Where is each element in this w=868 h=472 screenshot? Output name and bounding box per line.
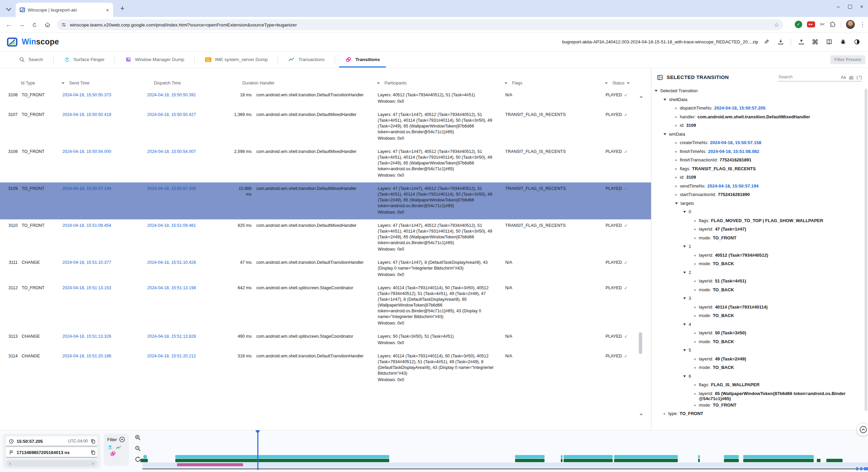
- copy-icon[interactable]: [91, 450, 96, 455]
- tree-node[interactable]: mode:TO_BACK: [651, 260, 864, 269]
- column-header-participants[interactable]: Participants: [384, 81, 512, 85]
- expand-arrow-icon[interactable]: [683, 349, 686, 351]
- cell-dispatch-time[interactable]: 2024-04-18, 15:50:50.427: [147, 112, 233, 141]
- tree-node[interactable]: 4: [651, 320, 864, 329]
- column-header-status[interactable]: Status: [612, 81, 648, 85]
- table-row[interactable]: 3114CHANGE2024-04-18, 15:51:20.1862024-0…: [0, 350, 651, 387]
- tab-search[interactable]: Search: [9, 52, 53, 67]
- timeline-scroll-marker[interactable]: [856, 467, 858, 470]
- browser-menu-icon[interactable]: ⋮: [860, 21, 865, 28]
- table-scroll-up-arrow[interactable]: [639, 96, 643, 98]
- tree-node[interactable]: layerId:65 (WallpaperWindowToken{87b6d66…: [651, 390, 864, 401]
- tree-node[interactable]: flags:FLAG_MOVED_TO_TOP | FLAG_SHOW_WALL…: [651, 217, 864, 225]
- tree-node[interactable]: Selected Transition: [651, 87, 864, 96]
- tree-node[interactable]: startTransactionId:7752416281890: [651, 191, 864, 199]
- filter-arrow-icon[interactable]: [627, 82, 630, 84]
- match-case-icon[interactable]: Aa: [841, 75, 846, 80]
- tree-node[interactable]: id:3109: [651, 121, 864, 130]
- tree-node[interactable]: 6: [651, 372, 864, 381]
- cell-send-time[interactable]: 2024-04-18, 15:50:57.194: [62, 186, 147, 215]
- expand-arrow-icon[interactable]: [683, 375, 686, 377]
- tree-node[interactable]: targets: [651, 199, 864, 208]
- transitions-filter-icon[interactable]: [110, 451, 116, 457]
- timeline-segment-transactions[interactable]: [175, 459, 389, 462]
- filter-arrow-icon[interactable]: [62, 82, 64, 84]
- profile-avatar[interactable]: [846, 20, 855, 29]
- tree-node[interactable]: 3: [651, 294, 864, 303]
- tree-node[interactable]: wmData: [651, 130, 864, 139]
- scroll-to-top-button[interactable]: [856, 423, 868, 436]
- tab-transitions[interactable]: Transitions: [335, 52, 390, 67]
- tree-node[interactable]: createTimeNs:2024-04-18, 15:50:57.158: [651, 139, 864, 148]
- timeline-segment-surfaceflinger[interactable]: [724, 455, 739, 458]
- table-row[interactable]: 3106TO_FRONT2024-04-18, 15:50:50.3732024…: [0, 89, 651, 109]
- tree-node[interactable]: mode:TO_BACK: [651, 312, 864, 320]
- column-header-handler[interactable]: Handler: [260, 81, 384, 85]
- expand-arrow-icon[interactable]: [683, 245, 686, 248]
- tree-node[interactable]: id:3109: [651, 173, 864, 182]
- tab-transactions[interactable]: Transactions: [278, 52, 335, 67]
- match-word-icon[interactable]: ab: [849, 75, 853, 80]
- cell-dispatch-time[interactable]: 2024-04-18, 15:51:09.461: [147, 223, 233, 252]
- timeline-cursor-head[interactable]: [255, 430, 260, 434]
- tree-node[interactable]: flags:TRANSIT_FLAG_IS_RECENTS: [651, 165, 864, 174]
- timeline-segment-surfaceflinger[interactable]: [515, 455, 545, 458]
- table-row[interactable]: 3111CHANGE2024-04-18, 15:51:10.3772024-0…: [0, 256, 651, 282]
- tree-node[interactable]: mode:TO_FRONT: [651, 234, 864, 243]
- site-settings-icon[interactable]: [61, 22, 66, 27]
- zoom-reset-button[interactable]: [135, 456, 141, 463]
- column-header-flags[interactable]: Flags: [512, 81, 612, 85]
- property-value[interactable]: 2024-04-18, 15:51:08.082: [708, 149, 759, 154]
- expand-arrow-icon[interactable]: [683, 272, 686, 274]
- cell-dispatch-time[interactable]: 2024-04-18, 15:51:10.426: [147, 260, 233, 278]
- address-bar[interactable]: winscope.teams.x20web.corp.google.com/pr…: [57, 19, 783, 30]
- cell-dispatch-time[interactable]: 2024-04-18, 15:51:13.828: [147, 334, 233, 346]
- column-header-id[interactable]: Id: [7, 81, 26, 85]
- property-value[interactable]: 2024-04-18, 15:50:57.205: [714, 105, 765, 111]
- column-header-type[interactable]: Type: [26, 81, 69, 85]
- tab-ime-system-server-dump[interactable]: IME system_server Dump: [195, 52, 278, 67]
- copy-icon[interactable]: [91, 439, 96, 444]
- tree-node[interactable]: shellData: [651, 96, 864, 104]
- timeline-scrollbar[interactable]: [142, 468, 868, 470]
- reload-button[interactable]: [30, 20, 39, 29]
- tree-node[interactable]: flags:FLAG_IS_WALLPAPER: [651, 381, 864, 390]
- expand-arrow-icon[interactable]: [683, 211, 686, 213]
- search-input[interactable]: [778, 74, 838, 80]
- table-row[interactable]: 3109TO_FRONT2024-04-18, 15:50:57.1942024…: [0, 182, 651, 219]
- timeline-segment-surfaceflinger[interactable]: [561, 455, 563, 458]
- extension-playback-icon[interactable]: ▶▶: [807, 21, 815, 27]
- zoom-out-button[interactable]: [135, 445, 141, 452]
- cell-send-time[interactable]: 2024-04-18, 15:51:09.454: [62, 223, 147, 252]
- timeline-segment-transactions[interactable]: [826, 459, 843, 462]
- regex-icon[interactable]: (.*): [856, 75, 862, 80]
- extensions-puzzle-icon[interactable]: [830, 21, 836, 28]
- panel-scrollbar[interactable]: [865, 89, 867, 411]
- tree-node[interactable]: 2: [651, 269, 864, 277]
- window-minimize-button[interactable]: –: [837, 4, 840, 9]
- timeline-segment-surfaceflinger[interactable]: [143, 455, 147, 458]
- cell-send-time[interactable]: 2024-04-18, 15:51:13.326: [62, 334, 147, 346]
- tree-node[interactable]: finishTimeNs:2024-04-18, 15:51:08.082: [651, 148, 864, 156]
- extension-scissors-icon[interactable]: ✂: [820, 21, 825, 28]
- table-row[interactable]: 3112TO_FRONT2024-04-18, 15:51:13.1532024…: [0, 282, 651, 330]
- tree-node[interactable]: dispatchTimeNs:2024-04-18, 15:50:57.205: [651, 104, 864, 113]
- expand-arrow-icon[interactable]: [664, 133, 666, 135]
- collapse-filter-icon[interactable]: [119, 436, 125, 442]
- tree-node[interactable]: layerId:40512 (Task=7934#40512): [651, 251, 864, 260]
- tree-node[interactable]: 1: [651, 242, 864, 251]
- table-scroll-down-arrow[interactable]: [639, 414, 643, 416]
- download-traces-icon[interactable]: [777, 38, 784, 46]
- table-row[interactable]: 3113CHANGE2024-04-18, 15:51:13.3262024-0…: [0, 330, 651, 350]
- expand-arrow-icon[interactable]: [683, 323, 686, 326]
- timeline-segment-transactions[interactable]: [817, 459, 821, 462]
- window-close-button[interactable]: ×: [860, 4, 863, 9]
- tree-node[interactable]: layerId:51 (Task=4#51): [651, 277, 864, 286]
- upload-new-trace-icon[interactable]: [797, 38, 805, 46]
- cell-dispatch-time[interactable]: 2024-04-18, 15:50:57.205: [147, 186, 233, 215]
- timeline-segment-surfaceflinger[interactable]: [175, 455, 389, 458]
- tab-window-manager-dump[interactable]: Window Manager Dump: [115, 52, 194, 67]
- filter-arrow-icon[interactable]: [505, 82, 507, 84]
- tree-node[interactable]: layerId:47 (Task=1#47): [651, 225, 864, 234]
- tree-node[interactable]: type:TO_FRONT: [651, 410, 864, 418]
